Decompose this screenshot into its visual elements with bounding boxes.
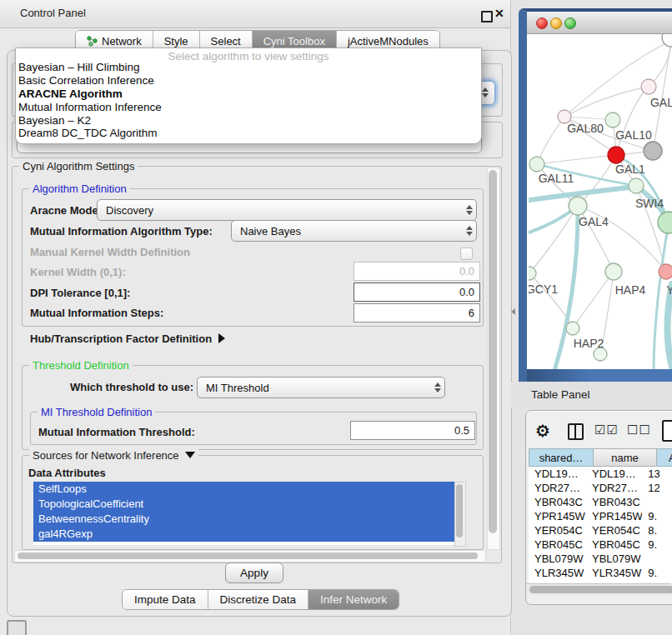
dropdown-item-mutual-information-inference[interactable]: Mutual Information Inference <box>16 101 481 114</box>
manual-kernel-label: Manual Kernel Width Definition <box>30 246 190 258</box>
network-node[interactable] <box>641 79 656 94</box>
manual-kernel-checkbox[interactable] <box>460 248 473 260</box>
network-edge[interactable] <box>573 272 614 328</box>
columns-icon[interactable] <box>568 423 584 440</box>
node-label-gcy1: GCY1 <box>529 282 558 296</box>
table-cell: 9. <box>642 538 672 551</box>
scrollbar-thumb[interactable] <box>489 170 497 533</box>
mi-threshold-field[interactable]: 0.5 <box>350 421 475 440</box>
table-cell: YBL079W <box>586 552 642 565</box>
combo-arrows-icon <box>463 205 476 215</box>
kernel-width-field[interactable]: 0.0 <box>354 262 480 281</box>
table-row[interactable]: YDR27…YDR27…12 <box>529 481 672 495</box>
checked-pair-icon[interactable]: ☑☑ <box>594 422 619 438</box>
network-node[interactable] <box>608 147 624 163</box>
network-edge[interactable] <box>537 117 564 164</box>
column-header-2[interactable]: name <box>594 448 657 467</box>
dropdown-item-dream8-dc-tdc-algorithm[interactable]: Dream8 DC_TDC Algorithm <box>16 127 481 140</box>
minimize-traffic-light-icon[interactable] <box>550 18 562 29</box>
table-row[interactable]: YLR345WYLR345W9. <box>529 566 672 580</box>
which-threshold-select[interactable]: MI Threshold <box>197 377 445 398</box>
table-cell: YER054C <box>586 524 642 537</box>
table-horizontal-scrollbar[interactable] <box>526 583 671 595</box>
attribute-list-scrollbar[interactable] <box>454 482 466 547</box>
network-node[interactable] <box>529 267 536 280</box>
network-edge[interactable] <box>529 206 578 273</box>
attribute-item-gal4rgexp[interactable]: gal4RGexp <box>33 527 454 542</box>
attribute-item-betweennesscentrality[interactable]: BetweennessCentrality <box>33 512 454 527</box>
float-panel-icon[interactable] <box>481 11 493 22</box>
gear-icon[interactable]: ⚙ <box>535 421 550 441</box>
hub-definition-toggle[interactable]: Hub/Transcription Factor Definition <box>30 332 225 345</box>
close-traffic-light-icon[interactable] <box>536 18 548 29</box>
close-icon[interactable]: ✕ <box>494 7 504 20</box>
expand-right-icon <box>218 333 225 343</box>
table-row[interactable]: YPR145WYPR145W9. <box>529 509 672 523</box>
table-row[interactable]: YBR043CYBR043C <box>529 495 672 509</box>
network-canvas[interactable]: GALGAL80GAL10GAL1GAL11SWI4GAL4GCY1HAP4YH… <box>527 34 672 369</box>
network-view-window: GALGAL80GAL10GAL1GAL11SWI4GAL4GCY1HAP4YH… <box>519 8 672 392</box>
mi-threshold-title: MI Threshold Definition <box>38 406 155 418</box>
sources-title[interactable]: Sources for Network Inference <box>29 449 198 462</box>
node-label-gal1: GAL1 <box>615 162 645 176</box>
dropdown-item-bayesian-k2[interactable]: Bayesian – K2 <box>16 114 481 128</box>
dropdown-item-aracne-algorithm[interactable]: ARACNE Algorithm <box>16 88 481 101</box>
minimized-panel-icon[interactable] <box>7 620 27 635</box>
network-node[interactable] <box>644 142 662 160</box>
network-node[interactable] <box>605 263 622 280</box>
node-label-gal: GAL <box>650 96 672 109</box>
tab-infer-network[interactable]: Infer Network <box>308 590 399 609</box>
node-label-swi4: SWI4 <box>635 197 664 210</box>
network-node[interactable] <box>605 112 620 128</box>
control-panel-titlebar: Control Panel ✕ <box>0 0 510 28</box>
network-node[interactable] <box>629 178 644 193</box>
column-header-3[interactable]: A <box>657 448 672 467</box>
network-node[interactable] <box>658 212 672 233</box>
unchecked-pair-icon[interactable]: ☐☐ <box>627 422 651 438</box>
table-cell: YLR345W <box>529 567 586 579</box>
apply-button[interactable]: Apply <box>225 562 283 583</box>
data-attributes-list[interactable]: SelfLoopsTopologicalCoefficientBetweenne… <box>33 482 454 545</box>
screen: Control Panel ✕ Select algorithm to view… <box>0 0 672 635</box>
table-cell: 13 <box>642 468 672 480</box>
tab-impute-data[interactable]: Impute Data <box>123 590 208 609</box>
attribute-item-selfloops[interactable]: SelfLoops <box>33 482 454 497</box>
aracne-mode-select[interactable]: Discovery <box>97 199 477 221</box>
column-header-1[interactable]: shared… <box>529 448 594 467</box>
table-row[interactable]: YBL079WYBL079W <box>529 552 672 566</box>
table-cell: YDL19… <box>586 468 642 480</box>
dpi-tolerance-field[interactable]: 0.0 <box>354 282 480 302</box>
network-node[interactable] <box>569 197 587 215</box>
tab-discretize-data[interactable]: Discretize Data <box>208 590 309 609</box>
mi-steps-field[interactable]: 6 <box>354 303 480 322</box>
network-window-titlebar[interactable] <box>527 12 672 34</box>
document-icon[interactable] <box>662 420 672 442</box>
network-edge[interactable] <box>564 87 649 117</box>
node-label-gal80: GAL80 <box>567 122 604 135</box>
network-node[interactable] <box>566 322 579 335</box>
scrollbar-thumb[interactable] <box>529 586 672 593</box>
splitter-collapse-icon[interactable] <box>511 308 515 315</box>
table-row[interactable]: YBR045CYBR045C9. <box>529 538 672 552</box>
mi-type-select[interactable]: Naive Bayes <box>231 220 477 242</box>
table-row[interactable]: YER054CYER054C8. <box>529 523 672 538</box>
settings-vertical-scrollbar[interactable] <box>487 168 500 550</box>
scrollbar-thumb[interactable] <box>456 484 463 538</box>
dropdown-item-basic-correlation-inference[interactable]: Basic Correlation Inference <box>16 74 481 88</box>
network-node[interactable] <box>659 264 672 279</box>
settings-horizontal-scrollbar[interactable] <box>14 550 486 562</box>
mi-steps-label: Mutual Information Steps: <box>30 307 163 319</box>
which-threshold-label: Which threshold to use: <box>70 381 193 393</box>
mi-threshold-label: Mutual Information Threshold: <box>38 426 195 438</box>
table-cell: 8. <box>642 524 672 537</box>
table-cell: YDL19… <box>529 468 586 480</box>
table-row[interactable]: YDL19…YDL19…13 <box>529 467 672 481</box>
network-edge[interactable] <box>537 155 616 164</box>
network-edge-highlighted[interactable] <box>667 284 672 369</box>
network-node[interactable] <box>529 157 544 172</box>
zoom-traffic-light-icon[interactable] <box>564 18 576 29</box>
attribute-item-topologicalcoefficient[interactable]: TopologicalCoefficient <box>33 497 454 512</box>
dropdown-item-bayesian-hill-climbing[interactable]: Bayesian – Hill Climbing <box>16 61 481 74</box>
node-label-hap2: HAP2 <box>574 337 604 350</box>
scrollbar-thumb[interactable] <box>18 552 478 559</box>
